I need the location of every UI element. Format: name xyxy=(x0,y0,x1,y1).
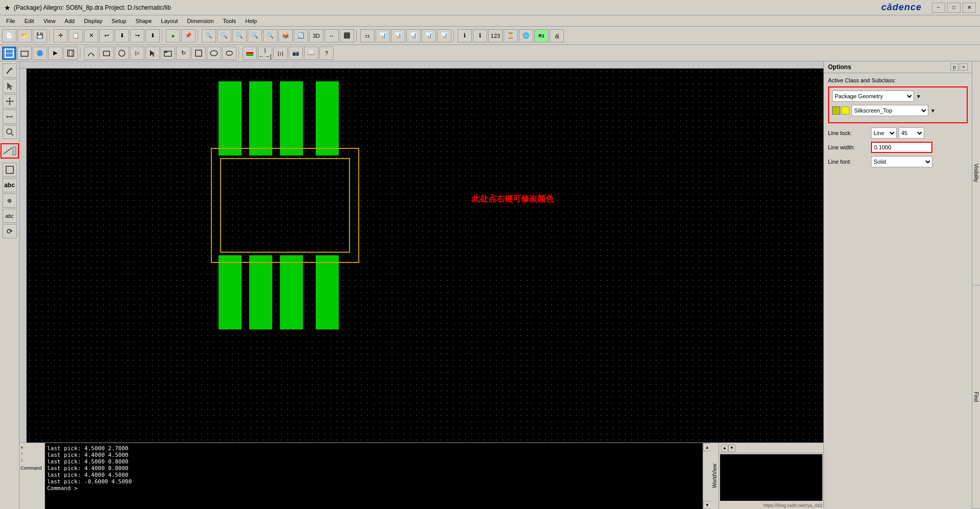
redo-btn[interactable]: ↪ xyxy=(130,29,144,42)
tb2-measure[interactable]: |←→| xyxy=(258,47,272,60)
menu-shape[interactable]: Shape xyxy=(132,17,156,25)
tb2-capped[interactable] xyxy=(222,47,236,60)
tb2-btn5[interactable] xyxy=(63,47,78,60)
info1-btn[interactable]: ℹ xyxy=(458,29,472,42)
find-tab[interactable]: Find xyxy=(972,285,980,510)
zoom-fit-btn[interactable]: 🔍 xyxy=(202,29,216,42)
undo-btn[interactable]: ↩ xyxy=(99,29,114,42)
report5-btn[interactable]: 📊 xyxy=(437,29,451,42)
worldview-label[interactable]: WorldView xyxy=(711,443,719,509)
tb2-tab[interactable] xyxy=(161,47,175,60)
scroll-down-btn[interactable]: ▼ xyxy=(703,501,711,509)
print-btn[interactable]: 🖨 xyxy=(550,29,564,42)
tb2-btn2[interactable] xyxy=(17,47,32,60)
tb2-oval[interactable] xyxy=(207,47,221,60)
minimize-button[interactable]: − xyxy=(932,3,945,13)
left-stretch[interactable]: ⟺ xyxy=(3,109,17,124)
flip2-btn[interactable]: ⬛ xyxy=(340,29,354,42)
line-font-dropdown[interactable]: Solid Dashed Dotted xyxy=(871,156,932,167)
menu-edit[interactable]: Edit xyxy=(20,17,38,25)
line-lock-angle-dropdown[interactable]: 45 90 0 xyxy=(899,127,924,139)
menu-layout[interactable]: Layout xyxy=(157,17,182,25)
copy-btn[interactable]: 📋 xyxy=(69,29,83,42)
maximize-button[interactable]: □ xyxy=(947,3,961,13)
report1-btn[interactable]: 📊 xyxy=(376,29,390,42)
tb2-btn1[interactable] xyxy=(2,47,16,60)
report4-btn[interactable]: 📊 xyxy=(422,29,436,42)
tb2-camera[interactable]: 📷 xyxy=(289,47,303,60)
left-zoom[interactable] xyxy=(3,125,17,139)
report3-btn[interactable]: 📊 xyxy=(406,29,421,42)
left-move[interactable] xyxy=(3,94,17,108)
flip-btn[interactable]: ↔ xyxy=(324,29,339,42)
open-btn[interactable]: 📂 xyxy=(17,29,32,42)
design-canvas[interactable]: 此处点右键可修改颜色 xyxy=(27,69,823,442)
tb2-btn3[interactable] xyxy=(33,47,47,60)
r1-btn[interactable]: R1 xyxy=(534,29,549,42)
wv-up[interactable]: ▲ xyxy=(721,445,728,452)
line-lock-mode-dropdown[interactable]: Line Arc xyxy=(871,127,897,139)
left-add-text[interactable]: ⊕ xyxy=(3,193,17,208)
subclass-dropdown[interactable]: Silkscreen_Top Silkscreen_Bottom Assembl… xyxy=(852,105,928,116)
command-area[interactable]: last pick: 4.5000 2.7000 last pick: 4.40… xyxy=(45,443,711,509)
circle-btn[interactable]: ● xyxy=(166,29,180,42)
tb2-book[interactable]: 📖 xyxy=(304,47,318,60)
close-button[interactable]: ✕ xyxy=(963,3,976,13)
menu-dimension[interactable]: Dimension xyxy=(183,17,218,25)
zoom-select-btn[interactable]: 🔍 xyxy=(248,29,262,42)
zoom-in-btn[interactable]: 🔍 xyxy=(217,29,231,42)
visibility-tab[interactable]: Visibility xyxy=(972,61,980,285)
left-text-a[interactable]: abc xyxy=(3,178,17,192)
left-refresh[interactable]: ⟳ xyxy=(3,224,17,238)
menu-view[interactable]: View xyxy=(39,17,60,25)
menu-help[interactable]: Help xyxy=(241,17,261,25)
left-line-tool[interactable] xyxy=(2,144,18,158)
menu-display[interactable]: Display xyxy=(80,17,106,25)
left-pencil[interactable] xyxy=(3,63,17,78)
left-text-b[interactable]: abc xyxy=(3,209,17,223)
tb2-measure2[interactable]: |↕| xyxy=(273,47,288,60)
options-close-btn[interactable]: × xyxy=(960,63,968,71)
globe-btn[interactable]: 🌐 xyxy=(519,29,533,42)
scroll-up-btn[interactable]: ▲ xyxy=(703,443,711,451)
report2-btn[interactable]: 📊 xyxy=(391,29,405,42)
zoom-world-btn[interactable]: 📦 xyxy=(278,29,293,42)
count-btn[interactable]: 123 xyxy=(488,29,503,42)
cmd-line-3: last pick: 4.5000 0.8000 xyxy=(47,458,709,465)
tb2-help[interactable]: ? xyxy=(319,47,334,60)
tb2-layer[interactable] xyxy=(243,47,257,60)
left-select[interactable] xyxy=(3,79,17,93)
grid-btn[interactable]: ⚏ xyxy=(360,29,375,42)
save-btn[interactable]: 💾 xyxy=(33,29,47,42)
rotate-btn[interactable]: 🔄 xyxy=(294,29,308,42)
tb2-rect[interactable] xyxy=(99,47,114,60)
tb2-arc[interactable] xyxy=(84,47,98,60)
delete-btn[interactable]: ✕ xyxy=(84,29,98,42)
undo-drop-btn[interactable]: ⬇ xyxy=(115,29,129,42)
tb2-arrow[interactable]: ▷ xyxy=(130,47,144,60)
wv-down[interactable]: ▼ xyxy=(728,445,735,452)
options-pin-btn[interactable]: p xyxy=(950,63,959,71)
tb2-rotate[interactable]: ↻ xyxy=(176,47,190,60)
info2-btn[interactable]: ℹ xyxy=(473,29,487,42)
redo-drop-btn[interactable]: ⬇ xyxy=(145,29,160,42)
left-square-tool[interactable] xyxy=(3,163,17,177)
cross-btn[interactable]: ✛ xyxy=(53,29,68,42)
menu-add[interactable]: Add xyxy=(60,17,79,25)
menu-file[interactable]: File xyxy=(2,17,19,25)
tb2-select[interactable] xyxy=(145,47,160,60)
zoom-out-btn[interactable]: 🔍 xyxy=(232,29,247,42)
pad-b3 xyxy=(280,255,303,329)
menu-tools[interactable]: Tools xyxy=(219,17,241,25)
timer-btn[interactable]: ⏳ xyxy=(504,29,518,42)
3d-btn[interactable]: 3D xyxy=(309,29,323,42)
tb2-circle2[interactable] xyxy=(115,47,129,60)
pin-btn[interactable]: 📌 xyxy=(181,29,195,42)
tb2-btn4[interactable]: ▶ xyxy=(48,47,62,60)
line-width-input[interactable] xyxy=(871,142,932,153)
menu-setup[interactable]: Setup xyxy=(107,17,130,25)
class-dropdown[interactable]: Package Geometry Board Geometry Package … xyxy=(832,91,914,102)
tb2-square[interactable] xyxy=(191,47,206,60)
new-btn[interactable]: 📄 xyxy=(2,29,16,42)
zoom-area-btn[interactable]: 🔍 xyxy=(263,29,277,42)
